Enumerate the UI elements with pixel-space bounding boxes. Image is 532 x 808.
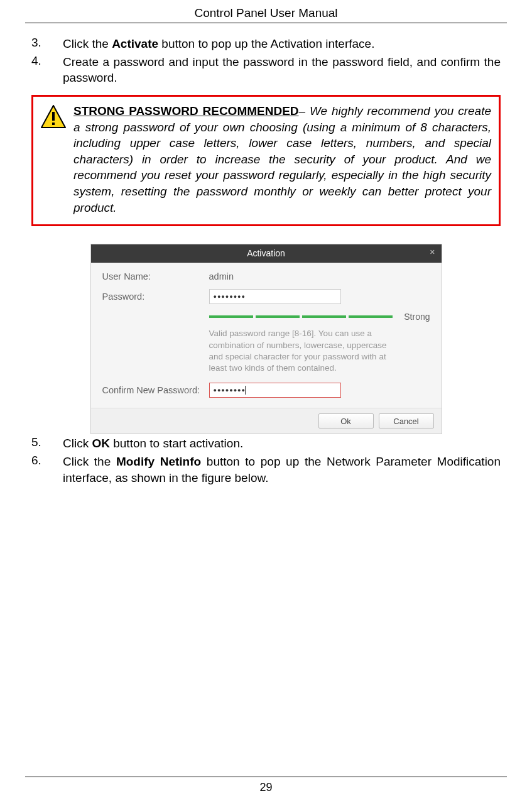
strength-bars xyxy=(209,315,393,318)
strength-row: Strong xyxy=(209,312,430,322)
page-footer: 29 xyxy=(0,777,532,794)
close-icon[interactable]: × xyxy=(430,247,435,257)
warning-icon xyxy=(40,104,67,129)
step-4-text: Create a password and input the password… xyxy=(63,54,501,86)
step-6-num: 6. xyxy=(31,454,63,486)
password-recommendation-callout: STRONG PASSWORD RECOMMENDED– We highly r… xyxy=(31,95,501,226)
cancel-button[interactable]: Cancel xyxy=(379,413,434,429)
svg-rect-0 xyxy=(52,112,55,121)
password-input[interactable]: ●●●●●●●● xyxy=(209,289,341,304)
step-3-num: 3. xyxy=(31,36,63,52)
password-label: Password: xyxy=(102,292,209,302)
step-4: 4. Create a password and input the passw… xyxy=(31,54,501,86)
username-row: User Name: admin xyxy=(102,271,430,281)
step-3: 3. Click the Activate button to pop up t… xyxy=(31,36,501,52)
confirm-password-input[interactable]: ●●●●●●●● xyxy=(209,383,341,398)
dialog-titlebar: Activation × xyxy=(91,244,442,263)
page-number: 29 xyxy=(0,781,532,794)
dialog-footer: Ok Cancel xyxy=(91,408,442,434)
confirm-label: Confirm New Password: xyxy=(102,385,209,395)
strength-bar-2 xyxy=(256,315,300,318)
step-3-text: Click the Activate button to pop up the … xyxy=(63,36,501,52)
dialog-body: User Name: admin Password: ●●●●●●●● xyxy=(91,263,442,408)
dialog-title: Activation xyxy=(247,248,285,258)
step-5-text: Click OK button to start activation. xyxy=(63,435,501,452)
step-6-text: Click the Modify Netinfo button to pop u… xyxy=(63,454,501,486)
text-cursor xyxy=(245,386,246,395)
username-label: User Name: xyxy=(102,271,209,281)
strength-bar-1 xyxy=(209,315,253,318)
activation-dialog: Activation × User Name: admin Password: … xyxy=(90,244,442,434)
step-4-num: 4. xyxy=(31,54,63,86)
footer-rule xyxy=(25,777,507,777)
confirm-row: Confirm New Password: ●●●●●●●● xyxy=(102,383,430,398)
svg-rect-1 xyxy=(52,123,55,125)
username-value: admin xyxy=(209,271,234,281)
callout-body: We highly recommend you create a strong … xyxy=(73,104,491,214)
ok-button[interactable]: Ok xyxy=(318,413,374,429)
step-6: 6. Click the Modify Netinfo button to po… xyxy=(31,454,501,486)
password-hint: Valid password range [8-16]. You can use… xyxy=(209,328,398,374)
strength-bar-3 xyxy=(302,315,346,318)
page-header: Control Panel User Manual xyxy=(25,0,507,23)
body-content: 3. Click the Activate button to pop up t… xyxy=(25,36,507,486)
strength-label: Strong xyxy=(404,312,430,322)
activation-dialog-figure: Activation × User Name: admin Password: … xyxy=(31,244,501,434)
callout-text: STRONG PASSWORD RECOMMENDED– We highly r… xyxy=(73,103,491,216)
step-5: 5. Click OK button to start activation. xyxy=(31,435,501,452)
callout-title: STRONG PASSWORD RECOMMENDED xyxy=(73,104,299,117)
password-row: Password: ●●●●●●●● xyxy=(102,289,430,304)
strength-bar-4 xyxy=(349,315,393,318)
step-5-num: 5. xyxy=(31,435,63,452)
page-header-title: Control Panel User Manual xyxy=(194,6,337,19)
